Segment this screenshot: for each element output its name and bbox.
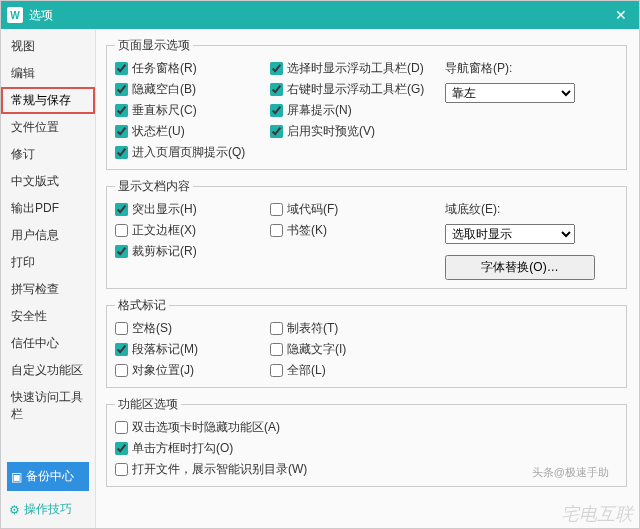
sidebar-item-spell-check[interactable]: 拼写检查 — [1, 276, 95, 303]
content-pane: 页面显示选项 任务窗格(R) 隐藏空白(B) 垂直标尺(C) 状态栏(U) 进入… — [96, 29, 639, 528]
chk-select-float-toolbar[interactable]: 选择时显示浮动工具栏(D) — [270, 60, 445, 77]
chk-object-position[interactable]: 对象位置(J) — [115, 362, 270, 379]
close-icon[interactable]: ✕ — [609, 7, 633, 23]
sidebar-item-quick-access[interactable]: 快速访问工具栏 — [1, 384, 95, 428]
app-icon: W — [7, 7, 23, 23]
sidebar-nav: 视图 编辑 常规与保存 文件位置 修订 中文版式 输出PDF 用户信息 打印 拼… — [1, 33, 95, 458]
window-title: 选项 — [29, 7, 609, 24]
chk-rightclick-float-toolbar[interactable]: 右键时显示浮动工具栏(G) — [270, 81, 445, 98]
chk-highlight[interactable]: 突出显示(H) — [115, 201, 270, 218]
dialog-body: 视图 编辑 常规与保存 文件位置 修订 中文版式 输出PDF 用户信息 打印 拼… — [1, 29, 639, 528]
tips-label: 操作技巧 — [24, 501, 72, 518]
sidebar-item-chinese-layout[interactable]: 中文版式 — [1, 168, 95, 195]
group-format-marks: 格式标记 空格(S) 段落标记(M) 对象位置(J) 制表符(T) 隐藏文字(I… — [106, 297, 627, 388]
chk-all[interactable]: 全部(L) — [270, 362, 445, 379]
chk-open-smart-toc[interactable]: 打开文件，展示智能识别目录(W) — [115, 461, 618, 478]
nav-pane-select[interactable]: 靠左 — [445, 83, 575, 103]
chk-field-code[interactable]: 域代码(F) — [270, 201, 445, 218]
group-ribbon-options-legend: 功能区选项 — [115, 396, 181, 413]
options-dialog: W 选项 ✕ 视图 编辑 常规与保存 文件位置 修订 中文版式 输出PDF 用户… — [0, 0, 640, 529]
group-doc-content-legend: 显示文档内容 — [115, 178, 193, 195]
chk-text-border[interactable]: 正文边框(X) — [115, 222, 270, 239]
chk-hide-blank[interactable]: 隐藏空白(B) — [115, 81, 270, 98]
chk-space[interactable]: 空格(S) — [115, 320, 270, 337]
chk-realtime-preview[interactable]: 启用实时预览(V) — [270, 123, 445, 140]
sidebar-item-trust-center[interactable]: 信任中心 — [1, 330, 95, 357]
group-page-display: 页面显示选项 任务窗格(R) 隐藏空白(B) 垂直标尺(C) 状态栏(U) 进入… — [106, 37, 627, 170]
backup-center-button[interactable]: ▣ 备份中心 — [7, 462, 89, 491]
sidebar-item-custom-ribbon[interactable]: 自定义功能区 — [1, 357, 95, 384]
sidebar-item-security[interactable]: 安全性 — [1, 303, 95, 330]
sidebar-item-revision[interactable]: 修订 — [1, 141, 95, 168]
sidebar: 视图 编辑 常规与保存 文件位置 修订 中文版式 输出PDF 用户信息 打印 拼… — [1, 29, 96, 528]
chk-hidden-text[interactable]: 隐藏文字(I) — [270, 341, 445, 358]
chk-vertical-ruler[interactable]: 垂直标尺(C) — [115, 102, 270, 119]
sidebar-item-general-save[interactable]: 常规与保存 — [1, 87, 95, 114]
chk-status-bar[interactable]: 状态栏(U) — [115, 123, 270, 140]
chk-click-box-check[interactable]: 单击方框时打勾(O) — [115, 440, 618, 457]
gear-icon: ⚙ — [9, 503, 20, 517]
sidebar-item-user-info[interactable]: 用户信息 — [1, 222, 95, 249]
group-page-display-legend: 页面显示选项 — [115, 37, 193, 54]
titlebar: W 选项 ✕ — [1, 1, 639, 29]
chk-screen-tip[interactable]: 屏幕提示(N) — [270, 102, 445, 119]
group-doc-content: 显示文档内容 突出显示(H) 正文边框(X) 裁剪标记(R) 域代码(F) 书签… — [106, 178, 627, 289]
sidebar-item-view[interactable]: 视图 — [1, 33, 95, 60]
font-substitute-button[interactable]: 字体替换(O)… — [445, 255, 595, 280]
chk-dblclick-hide-ribbon[interactable]: 双击选项卡时隐藏功能区(A) — [115, 419, 618, 436]
chk-crop-marks[interactable]: 裁剪标记(R) — [115, 243, 270, 260]
sidebar-item-file-location[interactable]: 文件位置 — [1, 114, 95, 141]
tips-link[interactable]: ⚙ 操作技巧 — [1, 495, 95, 524]
sidebar-item-edit[interactable]: 编辑 — [1, 60, 95, 87]
field-shading-label: 域底纹(E): — [445, 201, 595, 218]
field-shading-select[interactable]: 选取时显示 — [445, 224, 575, 244]
chk-task-pane[interactable]: 任务窗格(R) — [115, 60, 270, 77]
chk-paragraph-mark[interactable]: 段落标记(M) — [115, 341, 270, 358]
nav-pane-label: 导航窗格(P): — [445, 60, 595, 77]
sidebar-item-output-pdf[interactable]: 输出PDF — [1, 195, 95, 222]
group-format-marks-legend: 格式标记 — [115, 297, 169, 314]
chk-tab[interactable]: 制表符(T) — [270, 320, 445, 337]
group-ribbon-options: 功能区选项 双击选项卡时隐藏功能区(A) 单击方框时打勾(O) 打开文件，展示智… — [106, 396, 627, 487]
chk-header-footer-hint[interactable]: 进入页眉页脚提示(Q) — [115, 144, 270, 161]
sidebar-item-print[interactable]: 打印 — [1, 249, 95, 276]
chk-bookmark[interactable]: 书签(K) — [270, 222, 445, 239]
backup-label: 备份中心 — [26, 468, 74, 485]
backup-icon: ▣ — [11, 470, 22, 484]
